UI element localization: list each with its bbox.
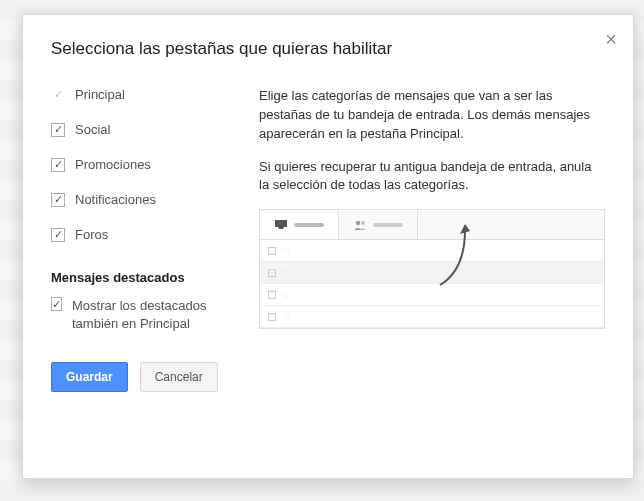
- description-paragraph-2: Si quieres recuperar tu antigua bandeja …: [259, 158, 605, 196]
- tab-option-label: Foros: [75, 227, 108, 242]
- description-column: Elige las categorías de mensajes que van…: [259, 87, 605, 332]
- tab-option-principal: ✓ Principal: [51, 87, 231, 102]
- dialog-title: Selecciona las pestañas que quieras habi…: [51, 39, 605, 59]
- starred-section-header: Mensajes destacados: [51, 270, 231, 285]
- preview-message-row: ☆: [260, 262, 604, 284]
- cancel-button[interactable]: Cancelar: [140, 362, 218, 392]
- inbox-icon: [274, 219, 288, 231]
- star-icon: ☆: [282, 245, 291, 256]
- checkbox-starred[interactable]: ✓: [51, 297, 62, 311]
- starred-option-label: Mostrar los destacados también en Princi…: [72, 297, 231, 332]
- tab-option-label: Social: [75, 122, 110, 137]
- preview-message-row: ☆: [260, 284, 604, 306]
- preview-tab-primary: [260, 210, 339, 239]
- checkbox-notificaciones[interactable]: ✓: [51, 193, 65, 207]
- star-icon: ☆: [282, 289, 291, 300]
- svg-point-1: [361, 221, 365, 225]
- description-paragraph-1: Elige las categorías de mensajes que van…: [259, 87, 605, 144]
- inbox-tabs-dialog: × Selecciona las pestañas que quieras ha…: [22, 14, 634, 479]
- save-button[interactable]: Guardar: [51, 362, 128, 392]
- people-icon: [353, 219, 367, 231]
- tab-option-promociones[interactable]: ✓ Promociones: [51, 157, 231, 172]
- checkbox-promociones[interactable]: ✓: [51, 158, 65, 172]
- inbox-preview: ☆ ☆ ☆ ☆: [259, 209, 605, 329]
- preview-tab-social: [339, 210, 418, 239]
- tab-option-label: Notificaciones: [75, 192, 156, 207]
- checkbox-social[interactable]: ✓: [51, 123, 65, 137]
- tab-option-social[interactable]: ✓ Social: [51, 122, 231, 137]
- preview-tab-placeholder: [294, 223, 324, 227]
- check-icon: ✓: [51, 88, 65, 102]
- tab-options-column: ✓ Principal ✓ Social ✓ Promociones ✓ Not…: [51, 87, 231, 332]
- star-icon: ☆: [282, 311, 291, 322]
- tab-option-foros[interactable]: ✓ Foros: [51, 227, 231, 242]
- preview-tab-placeholder: [373, 223, 403, 227]
- preview-message-row: ☆: [260, 306, 604, 328]
- checkbox-foros[interactable]: ✓: [51, 228, 65, 242]
- dialog-button-row: Guardar Cancelar: [51, 362, 605, 392]
- star-icon: ☆: [282, 267, 291, 278]
- tab-option-notificaciones[interactable]: ✓ Notificaciones: [51, 192, 231, 207]
- tab-option-label: Principal: [75, 87, 125, 102]
- preview-message-row: ☆: [260, 240, 604, 262]
- svg-point-0: [356, 221, 360, 225]
- preview-tab-strip: [260, 210, 604, 240]
- dialog-content: ✓ Principal ✓ Social ✓ Promociones ✓ Not…: [51, 87, 605, 332]
- starred-option[interactable]: ✓ Mostrar los destacados también en Prin…: [51, 297, 231, 332]
- close-icon[interactable]: ×: [605, 29, 617, 49]
- tab-option-label: Promociones: [75, 157, 151, 172]
- preview-message-list: ☆ ☆ ☆ ☆: [260, 240, 604, 328]
